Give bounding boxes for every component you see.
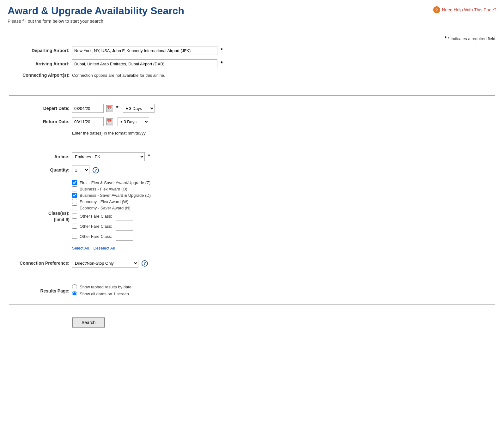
page-title: Award & Upgrade Availability Search xyxy=(8,5,184,17)
required-note-text: * Indicates a required field. xyxy=(448,36,496,41)
quantity-select[interactable]: 1 2 3 4 5 6 7 8 9 xyxy=(72,166,89,174)
arriving-required-star: * xyxy=(221,60,223,67)
search-button[interactable]: Search xyxy=(72,317,105,328)
required-star: * xyxy=(445,36,446,41)
date-format-note: Enter the date(s) in the format mm/dd/yy… xyxy=(72,130,146,137)
class-other1-checkbox[interactable] xyxy=(72,214,77,219)
class-o-checkbox[interactable] xyxy=(72,186,77,191)
class-w-checkbox[interactable] xyxy=(72,199,77,204)
select-all-link[interactable]: Select All xyxy=(72,246,89,250)
page-subtitle: Please fill out the form below to start … xyxy=(8,19,184,24)
arriving-airport-input[interactable] xyxy=(72,59,217,68)
depart-date-input[interactable] xyxy=(72,104,104,113)
results-tabbed-radio[interactable] xyxy=(72,284,77,289)
class-other2-input[interactable] xyxy=(116,222,133,231)
class-other1-input[interactable] xyxy=(116,212,133,220)
airline-label: Airline: xyxy=(8,150,71,163)
quantity-label: Quantity: xyxy=(8,163,71,177)
return-calendar-icon[interactable] xyxy=(106,118,113,125)
departing-airport-input[interactable] xyxy=(72,46,217,55)
depart-date-label: Depart Date: xyxy=(8,102,71,115)
class-d-label: Business - Saver Award & Upgrade (D) xyxy=(80,193,151,198)
depart-calendar-icon[interactable] xyxy=(106,105,113,112)
connecting-airports-text: Connection options are not available for… xyxy=(72,73,165,78)
return-date-label: Return Date: xyxy=(8,115,71,128)
classes-label: Class(es): (limit 9) xyxy=(8,177,71,256)
connection-pref-select[interactable]: Direct/Non-Stop Only 1 Stop 2 Stops No P… xyxy=(72,259,138,268)
help-icon: ? xyxy=(433,6,440,13)
results-all-label: Show all dates on 1 screen xyxy=(80,292,129,296)
class-d-checkbox[interactable] xyxy=(72,193,77,198)
departing-required-star: * xyxy=(221,47,223,53)
class-w-label: Economy - Flex Award (W) xyxy=(80,199,128,204)
connection-pref-help-icon[interactable]: ? xyxy=(142,260,148,267)
return-date-input[interactable] xyxy=(72,117,104,126)
class-other3-input[interactable] xyxy=(116,232,133,241)
depart-required-star: * xyxy=(116,105,118,111)
departing-airport-label: Departing Airport: xyxy=(8,44,71,57)
class-z-label: First - Flex & Saver Award/Upgrade (Z) xyxy=(80,180,150,185)
class-other2-label: Other Fare Class: xyxy=(80,224,112,229)
results-tabbed-label: Show tabbed results by date xyxy=(80,285,131,289)
class-n-label: Economy - Saver Award (N) xyxy=(80,206,131,210)
class-other3-label: Other Fare Class: xyxy=(80,234,112,239)
class-z-checkbox[interactable] xyxy=(72,180,77,185)
results-page-label: Results Page: xyxy=(8,282,71,298)
class-n-checkbox[interactable] xyxy=(72,205,77,210)
class-other1-label: Other Fare Class: xyxy=(80,214,112,219)
depart-days-select[interactable]: ± 3 Days ± 1 Day ± 2 Days Exact Date xyxy=(123,104,155,113)
help-link[interactable]: Need Help With This Page? xyxy=(442,7,497,12)
quantity-help-icon[interactable]: ? xyxy=(93,167,99,173)
class-other2-checkbox[interactable] xyxy=(72,224,77,229)
connecting-airports-label: Connecting Airport(s): xyxy=(8,70,71,80)
airline-select[interactable]: Emirates - EK United Airlines - UA Delta… xyxy=(72,152,145,161)
arriving-airport-label: Arriving Airport: xyxy=(8,57,71,70)
results-all-radio[interactable] xyxy=(72,291,77,296)
airline-required-star: * xyxy=(148,153,150,160)
class-o-label: Business - Flex Award (O) xyxy=(80,187,127,191)
connection-pref-label: Connection Preference: xyxy=(8,256,71,270)
deselect-all-link[interactable]: Deselect All xyxy=(93,246,115,250)
return-days-select[interactable]: ± 3 Days ± 1 Day ± 2 Days Exact Date xyxy=(118,117,149,126)
class-other3-checkbox[interactable] xyxy=(72,234,77,239)
